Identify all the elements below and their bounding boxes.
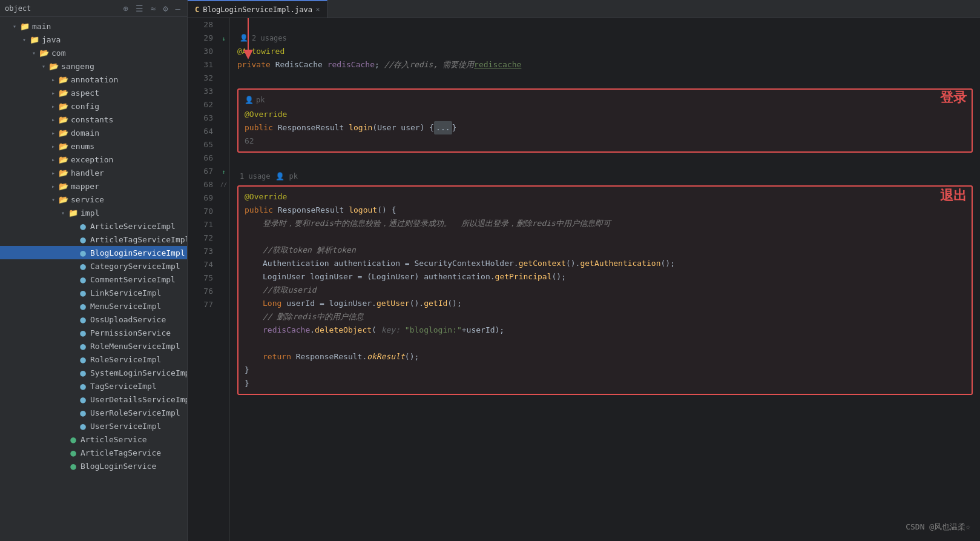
- tree-label-impl: impl: [81, 208, 99, 217]
- tree-item-aspect[interactable]: 📂 aspect: [0, 86, 187, 99]
- tab-close-btn[interactable]: ✕: [316, 5, 320, 13]
- tree-item-TagServiceImpl[interactable]: ● TagServiceImpl: [0, 379, 187, 393]
- tree-label-enums: enums: [71, 142, 94, 151]
- tree-item-RoleMenuServiceImpl[interactable]: ● RoleMenuServiceImpl: [0, 339, 187, 353]
- tree-item-ArticleTagServiceImpl[interactable]: ● ArticleTagServiceImpl: [0, 233, 187, 246]
- class-icon-UserRoleServiceImpl: ●: [77, 407, 88, 419]
- tree-label-BlogLoginService: BlogLoginService: [81, 462, 156, 471]
- code-dot1: .: [514, 257, 519, 270]
- tree-item-impl[interactable]: 📁 impl: [0, 206, 187, 219]
- tree-item-BlogLoginServiceImpl[interactable]: ● BlogLoginServiceImpl: [0, 246, 187, 259]
- folder-icon-service: 📂: [58, 195, 69, 204]
- tree-item-CategoryServiceImpl[interactable]: ● CategoryServiceImpl: [0, 259, 187, 273]
- tree-label-MenuServiceImpl: MenuServiceImpl: [90, 302, 161, 311]
- tree-label-UserServiceImpl: UserServiceImpl: [90, 422, 161, 431]
- tree-item-handler[interactable]: 📂 handler: [0, 166, 187, 179]
- tree-item-UserRoleServiceImpl[interactable]: ● UserRoleServiceImpl: [0, 406, 187, 419]
- code-parens6: ();: [551, 270, 565, 284]
- tree-item-MenuServiceImpl[interactable]: ● MenuServiceImpl: [0, 299, 187, 313]
- code-keyword-private: private: [237, 58, 275, 71]
- tree-item-constants[interactable]: 📂 constants: [0, 113, 187, 126]
- tab-file-icon: C: [195, 5, 199, 14]
- code-comment-delete: // 删除redis中的用户信息: [263, 310, 364, 324]
- class-icon-CommentServiceImpl: ●: [77, 274, 88, 285]
- login-label: 登录: [940, 91, 967, 104]
- code-paren9: (: [372, 324, 381, 337]
- tree-item-LinkServiceImpl[interactable]: ● LinkServiceImpl: [0, 286, 187, 299]
- tree-item-annotation[interactable]: 📂 annotation: [0, 73, 187, 86]
- code-paren10: );: [495, 324, 505, 337]
- folder-icon-annotation: 📂: [58, 75, 69, 84]
- code-semicolon1: ;: [375, 58, 384, 71]
- class-icon-ArticleService: ●: [68, 434, 79, 445]
- tree-item-UserDetailsServiceImpl[interactable]: ● UserDetailsServiceImpl: [0, 393, 187, 406]
- tree-label-main: main: [32, 22, 51, 31]
- arrow-impl: [58, 210, 68, 216]
- tree-item-main[interactable]: 📁 main: [0, 19, 187, 33]
- code-line-76: }: [245, 363, 965, 377]
- arrow-enums: [48, 143, 58, 150]
- code-line-70: //获取userid: [245, 284, 965, 297]
- code-keyword-public-2: public: [245, 204, 278, 217]
- tree-item-domain[interactable]: 📂 domain: [0, 126, 187, 139]
- folder-icon-aspect: 📂: [58, 88, 69, 98]
- main-content: C BlogLoginServiceImpl.java ✕ 28 29 30 3…: [188, 0, 980, 541]
- code-spacer-1: [237, 156, 973, 170]
- tree-item-exception[interactable]: 📂 exception: [0, 153, 187, 166]
- tree-item-BlogLoginService[interactable]: ● BlogLoginService: [0, 459, 187, 473]
- class-icon-LinkServiceImpl: ●: [77, 287, 88, 299]
- file-tree: 📁 main 📁 java 📂 com 📂 sangeng 📂: [0, 17, 187, 541]
- code-editor[interactable]: 👤 2 usages @Autowired private RedisCache…: [230, 18, 980, 541]
- tree-item-mapper[interactable]: 📂 mapper: [0, 179, 187, 193]
- tree-item-OssUploadService[interactable]: ● OssUploadService: [0, 313, 187, 326]
- class-icon-ArticleTagService: ●: [68, 447, 79, 459]
- tree-item-com[interactable]: 📂 com: [0, 46, 187, 59]
- arrow-java: [19, 36, 29, 43]
- tree-item-ArticleService[interactable]: ● ArticleService: [0, 433, 187, 446]
- add-icon[interactable]: ⊕: [121, 3, 130, 14]
- tree-item-enums[interactable]: 📂 enums: [0, 139, 187, 153]
- folder-icon-sangeng: 📂: [48, 62, 59, 71]
- code-line-28: [237, 18, 973, 32]
- code-line-74: [245, 337, 965, 350]
- line-numbers: 28 29 30 31 32 33 62 63 64 65 66 67 68 6…: [188, 18, 218, 541]
- logout-method-box: 退出 @Override public ResponseResult logou…: [237, 185, 973, 395]
- arrow-aspect: [48, 90, 58, 96]
- tree-item-ArticleServiceImpl[interactable]: ● ArticleServiceImpl: [0, 219, 187, 233]
- tree-item-SystemLoginServiceImpl[interactable]: ● SystemLoginServiceImpl: [0, 366, 187, 379]
- tree-item-ArticleTagService[interactable]: ● ArticleTagService: [0, 446, 187, 459]
- tree-item-service[interactable]: 📂 service: [0, 193, 187, 206]
- collapse-icon[interactable]: —: [174, 3, 182, 14]
- code-parens5: ();: [661, 257, 675, 270]
- tree-label-service: service: [71, 195, 104, 204]
- person-icon-2: 👤: [275, 170, 284, 183]
- tree-item-PermissionService[interactable]: ● PermissionService: [0, 326, 187, 339]
- pk-label: pk: [256, 93, 265, 107]
- code-parens8: ();: [447, 297, 461, 310]
- code-line-71: Long userId = loginUser.getUser().getId(…: [245, 297, 965, 310]
- tree-item-config[interactable]: 📂 config: [0, 99, 187, 113]
- code-dot2: .: [490, 270, 495, 284]
- code-rediscache-ref: rediscache: [474, 58, 521, 71]
- code-line-67: //获取token 解析token: [245, 244, 965, 257]
- tree-label-OssUploadService: OssUploadService: [90, 315, 166, 324]
- tree-label-config: config: [71, 102, 99, 111]
- arrow-annotation: [48, 76, 58, 83]
- sort-icon[interactable]: ≈: [149, 3, 157, 14]
- code-SecurityContextHolder: SecurityContextHolder: [414, 257, 513, 270]
- folder-icon-constants: 📂: [58, 115, 69, 124]
- tree-label-TagServiceImpl: TagServiceImpl: [90, 382, 157, 391]
- settings-icon[interactable]: ⚙: [161, 3, 169, 14]
- tree-item-CommentServiceImpl[interactable]: ● CommentServiceImpl: [0, 273, 187, 286]
- tree-item-RoleServiceImpl[interactable]: ● RoleServiceImpl: [0, 353, 187, 366]
- tree-item-sangeng[interactable]: 📂 sangeng: [0, 59, 187, 73]
- class-icon-SystemLoginServiceImpl: ●: [77, 367, 88, 379]
- list-icon[interactable]: ☰: [134, 3, 145, 14]
- tab-BlogLoginServiceImpl[interactable]: C BlogLoginServiceImpl.java ✕: [188, 0, 327, 18]
- folder-icon-enums: 📂: [58, 142, 69, 151]
- tree-item-UserServiceImpl[interactable]: ● UserServiceImpl: [0, 419, 187, 433]
- login-method-box: 登录 👤 pk @Override public ResponseResult …: [237, 88, 973, 153]
- code-userId-var: userId: [286, 297, 315, 310]
- tree-item-java[interactable]: 📁 java: [0, 33, 187, 46]
- meta-1usage-text: 1 usage: [240, 170, 271, 183]
